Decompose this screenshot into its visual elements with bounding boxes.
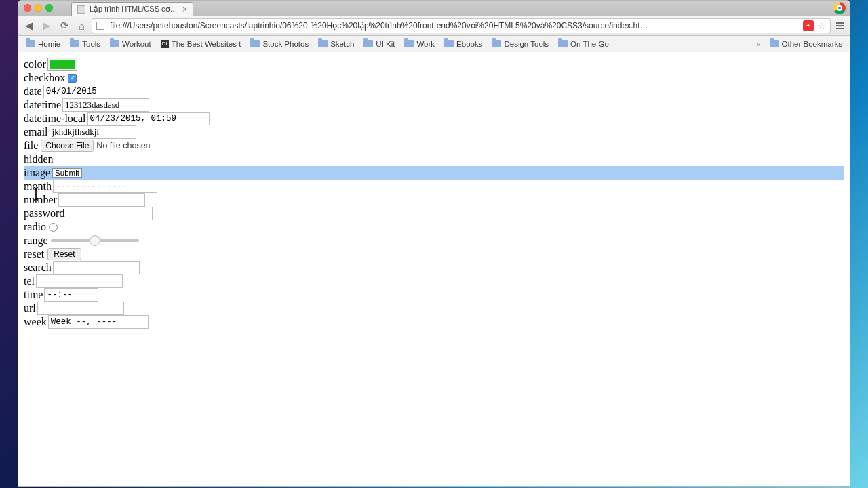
input-password[interactable] [66, 207, 153, 220]
home-button[interactable]: ⌂ [76, 19, 87, 33]
browser-toolbar: ◀ ▶ ⟳ ⌂ ✦ ☆ [18, 16, 850, 36]
row-range: range [24, 234, 844, 247]
tab-strip: Lập trình HTML/CSS cơ bản × [18, 1, 850, 16]
label-range: range [24, 234, 48, 247]
row-color: color [24, 58, 844, 71]
file-choose-button[interactable]: Choose File [41, 140, 94, 152]
reload-button[interactable]: ⟳ [58, 18, 72, 33]
input-month[interactable] [53, 180, 157, 193]
bookmark-item[interactable]: UI Kit [360, 39, 398, 49]
row-time: time [24, 288, 844, 302]
input-search[interactable] [53, 261, 140, 274]
label-search: search [24, 261, 52, 274]
row-image: image Submit [24, 166, 844, 180]
input-datetime[interactable] [62, 98, 149, 112]
row-tel: tel [24, 274, 844, 288]
bookmark-item[interactable]: Work [401, 39, 438, 49]
label-number: number [24, 193, 57, 207]
input-date[interactable] [43, 85, 130, 98]
row-week: week [24, 315, 844, 329]
bookmark-overflow-icon[interactable]: » [753, 40, 763, 48]
label-datetime-local: datetime-local [24, 112, 86, 125]
folder-icon [110, 40, 119, 47]
browser-window: Lập trình HTML/CSS cơ bản × ◀ ▶ ⟳ ⌂ ✦ ☆ … [18, 0, 850, 487]
folder-icon [70, 40, 79, 47]
file-chosen-text: No file chosen [96, 139, 150, 152]
row-url: url [24, 302, 844, 315]
bookmark-item[interactable]: Homie [22, 39, 64, 49]
label-tel: tel [24, 274, 35, 288]
folder-icon [444, 40, 454, 47]
url-input[interactable] [108, 20, 799, 31]
row-radio: radio [24, 220, 844, 234]
bookmark-item[interactable]: Workout [106, 39, 155, 49]
label-url: url [24, 302, 36, 315]
other-bookmarks[interactable]: Other Bookmarks [766, 39, 846, 49]
label-checkbox: checkbox [24, 71, 65, 85]
folder-icon [26, 40, 35, 47]
input-radio[interactable] [49, 223, 58, 232]
minimize-window-icon[interactable] [35, 4, 42, 12]
page-content: color checkbox ✓ date datetime datetime-… [18, 52, 850, 334]
back-button[interactable]: ◀ [22, 18, 36, 33]
row-datetime: datetime [24, 98, 844, 112]
label-hidden: hidden [24, 152, 54, 166]
extension-icon[interactable]: ✦ [803, 20, 814, 31]
zoom-window-icon[interactable] [45, 4, 53, 12]
address-bar[interactable]: ✦ ☆ [92, 18, 831, 33]
forward-button: ▶ [40, 18, 54, 33]
label-file: file [24, 139, 38, 152]
row-month: month [24, 180, 844, 193]
row-datetime-local: datetime-local [24, 112, 844, 125]
input-email[interactable] [50, 125, 136, 139]
favicon-icon [77, 5, 85, 14]
page-viewport: color checkbox ✓ date datetime datetime-… [18, 52, 850, 486]
bookmark-item[interactable]: Ebooks [441, 39, 486, 49]
input-image-submit[interactable]: Submit [52, 168, 82, 178]
browser-tab[interactable]: Lập trình HTML/CSS cơ bản × [71, 2, 193, 16]
bookmark-item[interactable]: Stock Photos [247, 39, 312, 49]
input-week[interactable] [48, 315, 149, 329]
row-file: file Choose File No file chosen [24, 139, 844, 152]
input-datetime-local[interactable] [87, 112, 210, 125]
label-email: email [24, 125, 48, 139]
bookmark-item[interactable]: On The Go [555, 39, 612, 49]
label-radio: radio [24, 220, 46, 234]
input-tel[interactable] [36, 274, 123, 288]
input-time[interactable] [44, 288, 98, 302]
label-reset: reset [24, 247, 44, 261]
row-password: password [24, 207, 844, 220]
label-password: password [24, 207, 64, 220]
chrome-profile-icon[interactable] [833, 2, 846, 14]
bookmark-item[interactable]: Design Tools [488, 39, 552, 49]
traffic-lights [24, 4, 53, 12]
bookmark-item[interactable]: Tools [66, 39, 104, 49]
bookmark-item[interactable]: Sketch [315, 39, 357, 49]
input-reset-button[interactable]: Reset [47, 248, 81, 260]
bookmark-item[interactable]: DIThe Best Websites t [157, 39, 245, 49]
row-number: number [24, 193, 844, 207]
tab-title: Lập trình HTML/CSS cơ bản [90, 5, 178, 14]
input-checkbox[interactable]: ✓ [68, 74, 77, 83]
close-window-icon[interactable] [24, 4, 31, 12]
folder-icon [363, 40, 373, 47]
label-date: date [24, 85, 42, 98]
input-number[interactable] [58, 193, 145, 207]
input-url[interactable] [37, 302, 124, 315]
bookmark-star-icon[interactable]: ☆ [818, 21, 826, 31]
site-icon: DI [161, 40, 169, 48]
row-reset: reset Reset [24, 247, 844, 261]
label-color: color [24, 58, 46, 71]
row-email: email [24, 125, 844, 139]
row-hidden: hidden [24, 152, 844, 166]
close-tab-icon[interactable]: × [182, 5, 187, 14]
label-month: month [24, 180, 52, 193]
input-color[interactable] [47, 58, 77, 71]
range-thumb[interactable] [90, 235, 100, 246]
menu-button[interactable] [835, 21, 846, 30]
label-week: week [24, 315, 47, 329]
label-image: image [24, 166, 50, 180]
folder-icon [404, 40, 414, 47]
row-search: search [24, 261, 844, 274]
input-range[interactable] [51, 239, 139, 242]
